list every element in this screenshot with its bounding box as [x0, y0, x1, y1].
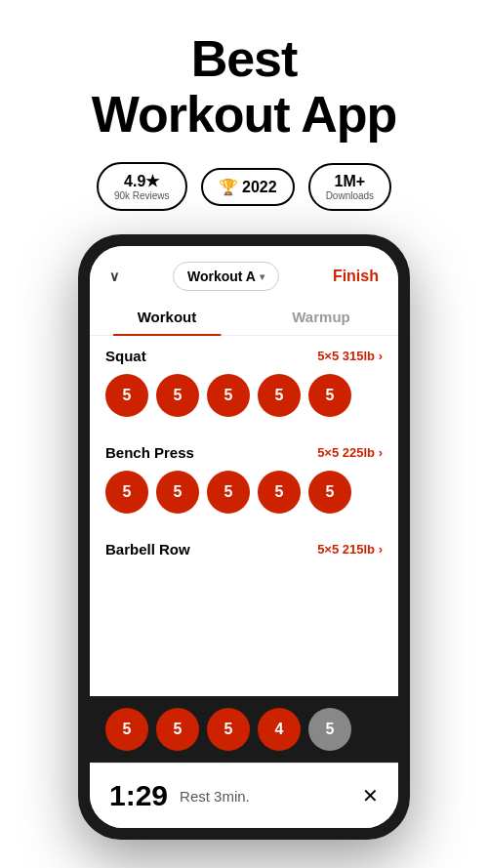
set-circle[interactable]: 5 [156, 708, 199, 751]
downloads-value: 1M+ [335, 173, 366, 190]
award-value: 🏆 2022 [219, 178, 277, 196]
set-circle[interactable]: 5 [156, 374, 199, 417]
award-badge: 🏆 2022 [201, 168, 295, 206]
selector-arrow-icon: ▾ [260, 271, 264, 282]
exercise-bench-press: Bench Press 5×5 225lb › 5 5 5 5 5 [105, 433, 383, 529]
set-circle[interactable]: 5 [258, 471, 301, 514]
workout-name: Workout A [187, 269, 256, 284]
downloads-badge: 1M+ Downloads [308, 163, 391, 211]
finish-button[interactable]: Finish [333, 268, 379, 285]
set-circle[interactable]: 5 [308, 374, 351, 417]
tab-warmup[interactable]: Warmup [244, 299, 398, 335]
set-circle[interactable]: 5 [207, 708, 250, 751]
tabs-bar: Workout Warmup [90, 299, 398, 336]
bottom-sets-bar: 5 5 5 4 5 [90, 696, 398, 763]
set-circle[interactable]: 5 [105, 708, 148, 751]
row-sets: 5×5 215lb › [317, 542, 383, 557]
header-section: Best Workout App [0, 0, 488, 162]
set-circle[interactable]: 5 [156, 471, 199, 514]
bench-sets-row: 5 5 5 5 5 [105, 471, 383, 514]
badges-row: 4.9★ 90k Reviews 🏆 2022 1M+ Downloads [0, 162, 488, 234]
set-circle[interactable]: 5 [207, 471, 250, 514]
set-circle[interactable]: 5 [308, 471, 351, 514]
bench-name: Bench Press [105, 444, 194, 461]
timer-label: Rest 3min. [180, 788, 350, 805]
rating-value: 4.9★ [124, 172, 159, 190]
squat-name: Squat [105, 348, 146, 364]
exercise-list: Squat 5×5 315lb › 5 5 5 5 5 [90, 336, 398, 696]
chevron-icon[interactable]: ∨ [109, 269, 119, 284]
rating-badge: 4.9★ 90k Reviews [97, 162, 187, 211]
app-title: Best Workout App [39, 31, 449, 143]
set-circle[interactable]: 5 [207, 374, 250, 417]
set-circle[interactable]: 5 [105, 471, 148, 514]
exercise-barbell-row: Barbell Row 5×5 215lb › [105, 529, 383, 571]
bench-sets: 5×5 225lb › [317, 445, 383, 460]
timer-display: 1:29 [109, 779, 168, 812]
phone-mockup: ∨ Workout A ▾ Finish Workout Warmup [78, 234, 410, 840]
squat-sets: 5×5 315lb › [317, 349, 383, 363]
downloads-sub: Downloads [326, 190, 374, 201]
timer-bar: 1:29 Rest 3min. ✕ [90, 763, 398, 828]
phone-screen: ∨ Workout A ▾ Finish Workout Warmup [90, 246, 398, 828]
set-circle[interactable]: 5 [105, 374, 148, 417]
row-name: Barbell Row [105, 541, 190, 558]
set-circle[interactable]: 5 [258, 374, 301, 417]
timer-close-button[interactable]: ✕ [362, 784, 379, 807]
squat-sets-row: 5 5 5 5 5 [105, 374, 383, 417]
set-circle[interactable]: 4 [258, 708, 301, 751]
exercise-squat: Squat 5×5 315lb › 5 5 5 5 5 [105, 336, 383, 433]
workout-selector[interactable]: Workout A ▾ [173, 262, 279, 291]
phone-topbar: ∨ Workout A ▾ Finish [90, 246, 398, 299]
set-circle-inactive[interactable]: 5 [308, 708, 351, 751]
tab-workout[interactable]: Workout [90, 299, 244, 335]
rating-sub: 90k Reviews [114, 190, 170, 201]
phone-wrapper: ∨ Workout A ▾ Finish Workout Warmup [0, 234, 488, 840]
